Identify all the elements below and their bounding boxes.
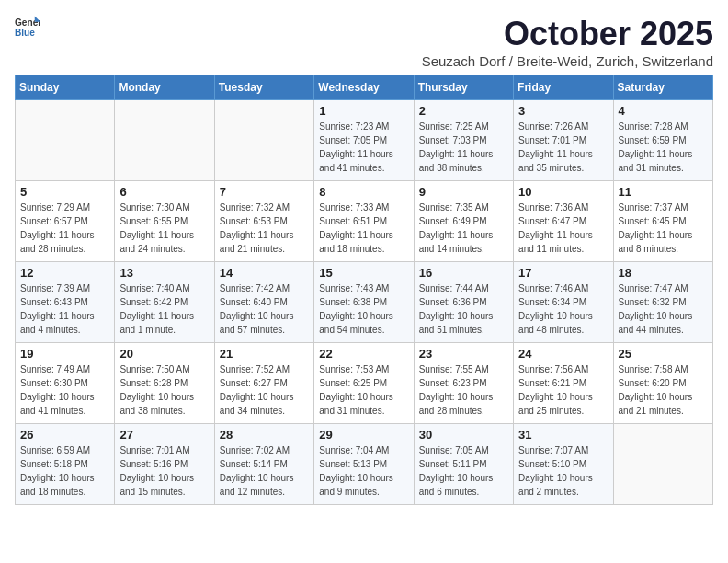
cell-w3-d2: 14 Sunrise: 7:42 AMSunset: 6:40 PMDaylig… bbox=[214, 262, 313, 343]
day-number: 28 bbox=[220, 428, 309, 442]
cell-w2-d0: 5 Sunrise: 7:29 AMSunset: 6:57 PMDayligh… bbox=[16, 181, 115, 262]
title-area: October 2025 Seuzach Dorf / Breite-Weid,… bbox=[422, 15, 713, 69]
week-row-3: 12 Sunrise: 7:39 AMSunset: 6:43 PMDaylig… bbox=[16, 262, 713, 343]
cell-w1-d3: 1 Sunrise: 7:23 AMSunset: 7:05 PMDayligh… bbox=[314, 100, 414, 181]
day-number: 9 bbox=[419, 185, 508, 199]
col-friday: Friday bbox=[514, 75, 613, 100]
day-number: 10 bbox=[518, 185, 608, 199]
col-tuesday: Tuesday bbox=[214, 75, 313, 100]
day-info: Sunrise: 7:32 AMSunset: 6:53 PMDaylight:… bbox=[220, 202, 294, 254]
day-info: Sunrise: 7:30 AMSunset: 6:55 PMDaylight:… bbox=[119, 202, 194, 254]
cell-w5-d6 bbox=[613, 424, 712, 505]
day-info: Sunrise: 7:44 AMSunset: 6:36 PMDaylight:… bbox=[419, 283, 494, 335]
day-number: 13 bbox=[119, 266, 209, 280]
week-row-1: 1 Sunrise: 7:23 AMSunset: 7:05 PMDayligh… bbox=[16, 100, 713, 181]
cell-w5-d5: 31 Sunrise: 7:07 AMSunset: 5:10 PMDaylig… bbox=[514, 424, 613, 505]
day-number: 16 bbox=[419, 266, 508, 280]
cell-w5-d1: 27 Sunrise: 7:01 AMSunset: 5:16 PMDaylig… bbox=[115, 424, 214, 505]
cell-w3-d4: 16 Sunrise: 7:44 AMSunset: 6:36 PMDaylig… bbox=[414, 262, 513, 343]
day-info: Sunrise: 7:58 AMSunset: 6:20 PMDaylight:… bbox=[619, 364, 693, 416]
cell-w1-d2 bbox=[214, 100, 313, 181]
day-info: Sunrise: 7:35 AMSunset: 6:49 PMDaylight:… bbox=[419, 202, 494, 254]
day-number: 20 bbox=[119, 347, 209, 361]
day-info: Sunrise: 7:46 AMSunset: 6:34 PMDaylight:… bbox=[518, 283, 593, 335]
day-number: 8 bbox=[319, 185, 408, 199]
day-number: 18 bbox=[619, 266, 708, 280]
day-number: 3 bbox=[518, 104, 608, 118]
day-number: 22 bbox=[319, 347, 408, 361]
svg-text:Blue: Blue bbox=[15, 28, 35, 38]
day-info: Sunrise: 7:55 AMSunset: 6:23 PMDaylight:… bbox=[419, 364, 494, 416]
day-info: Sunrise: 7:33 AMSunset: 6:51 PMDaylight:… bbox=[319, 202, 393, 254]
header: General Blue October 2025 Seuzach Dorf /… bbox=[15, 15, 713, 69]
day-info: Sunrise: 7:53 AMSunset: 6:25 PMDaylight:… bbox=[319, 364, 393, 416]
cell-w1-d4: 2 Sunrise: 7:25 AMSunset: 7:03 PMDayligh… bbox=[414, 100, 513, 181]
day-info: Sunrise: 7:04 AMSunset: 5:13 PMDaylight:… bbox=[319, 445, 393, 497]
cell-w4-d6: 25 Sunrise: 7:58 AMSunset: 6:20 PMDaylig… bbox=[613, 343, 712, 424]
cell-w4-d0: 19 Sunrise: 7:49 AMSunset: 6:30 PMDaylig… bbox=[16, 343, 115, 424]
day-info: Sunrise: 7:43 AMSunset: 6:38 PMDaylight:… bbox=[319, 283, 393, 335]
cell-w3-d0: 12 Sunrise: 7:39 AMSunset: 6:43 PMDaylig… bbox=[16, 262, 115, 343]
cell-w4-d5: 24 Sunrise: 7:56 AMSunset: 6:21 PMDaylig… bbox=[514, 343, 613, 424]
month-title: October 2025 bbox=[422, 15, 713, 53]
day-info: Sunrise: 7:47 AMSunset: 6:32 PMDaylight:… bbox=[619, 283, 693, 335]
cell-w4-d4: 23 Sunrise: 7:55 AMSunset: 6:23 PMDaylig… bbox=[414, 343, 513, 424]
day-number: 6 bbox=[119, 185, 209, 199]
day-number: 29 bbox=[319, 428, 408, 442]
day-info: Sunrise: 7:36 AMSunset: 6:47 PMDaylight:… bbox=[518, 202, 593, 254]
day-info: Sunrise: 7:28 AMSunset: 6:59 PMDaylight:… bbox=[619, 121, 693, 173]
col-thursday: Thursday bbox=[414, 75, 513, 100]
header-row: Sunday Monday Tuesday Wednesday Thursday… bbox=[16, 75, 713, 100]
cell-w5-d4: 30 Sunrise: 7:05 AMSunset: 5:11 PMDaylig… bbox=[414, 424, 513, 505]
day-info: Sunrise: 7:49 AMSunset: 6:30 PMDaylight:… bbox=[20, 364, 95, 416]
day-number: 1 bbox=[319, 104, 408, 118]
cell-w3-d6: 18 Sunrise: 7:47 AMSunset: 6:32 PMDaylig… bbox=[613, 262, 712, 343]
day-number: 15 bbox=[319, 266, 408, 280]
cell-w1-d1 bbox=[115, 100, 214, 181]
day-number: 25 bbox=[619, 347, 708, 361]
day-number: 4 bbox=[619, 104, 708, 118]
day-info: Sunrise: 7:07 AMSunset: 5:10 PMDaylight:… bbox=[518, 445, 593, 497]
day-info: Sunrise: 7:26 AMSunset: 7:01 PMDaylight:… bbox=[518, 121, 593, 173]
day-number: 23 bbox=[419, 347, 508, 361]
day-info: Sunrise: 7:56 AMSunset: 6:21 PMDaylight:… bbox=[518, 364, 593, 416]
day-number: 31 bbox=[518, 428, 608, 442]
cell-w5-d0: 26 Sunrise: 6:59 AMSunset: 5:18 PMDaylig… bbox=[16, 424, 115, 505]
day-info: Sunrise: 6:59 AMSunset: 5:18 PMDaylight:… bbox=[20, 445, 95, 497]
day-info: Sunrise: 7:42 AMSunset: 6:40 PMDaylight:… bbox=[220, 283, 294, 335]
cell-w3-d3: 15 Sunrise: 7:43 AMSunset: 6:38 PMDaylig… bbox=[314, 262, 414, 343]
cell-w1-d6: 4 Sunrise: 7:28 AMSunset: 6:59 PMDayligh… bbox=[613, 100, 712, 181]
day-number: 21 bbox=[220, 347, 309, 361]
col-monday: Monday bbox=[115, 75, 214, 100]
day-number: 12 bbox=[20, 266, 109, 280]
cell-w2-d4: 9 Sunrise: 7:35 AMSunset: 6:49 PMDayligh… bbox=[414, 181, 513, 262]
cell-w3-d1: 13 Sunrise: 7:40 AMSunset: 6:42 PMDaylig… bbox=[115, 262, 214, 343]
day-info: Sunrise: 7:39 AMSunset: 6:43 PMDaylight:… bbox=[20, 283, 95, 335]
day-info: Sunrise: 7:40 AMSunset: 6:42 PMDaylight:… bbox=[119, 283, 194, 335]
col-saturday: Saturday bbox=[613, 75, 712, 100]
cell-w4-d3: 22 Sunrise: 7:53 AMSunset: 6:25 PMDaylig… bbox=[314, 343, 414, 424]
day-number: 24 bbox=[518, 347, 608, 361]
day-number: 11 bbox=[619, 185, 708, 199]
week-row-2: 5 Sunrise: 7:29 AMSunset: 6:57 PMDayligh… bbox=[16, 181, 713, 262]
cell-w2-d1: 6 Sunrise: 7:30 AMSunset: 6:55 PMDayligh… bbox=[115, 181, 214, 262]
day-number: 5 bbox=[20, 185, 109, 199]
col-wednesday: Wednesday bbox=[314, 75, 414, 100]
col-sunday: Sunday bbox=[16, 75, 115, 100]
day-number: 30 bbox=[419, 428, 508, 442]
day-info: Sunrise: 7:37 AMSunset: 6:45 PMDaylight:… bbox=[619, 202, 693, 254]
day-info: Sunrise: 7:05 AMSunset: 5:11 PMDaylight:… bbox=[419, 445, 494, 497]
cell-w1-d0 bbox=[16, 100, 115, 181]
cell-w2-d2: 7 Sunrise: 7:32 AMSunset: 6:53 PMDayligh… bbox=[214, 181, 313, 262]
day-number: 7 bbox=[220, 185, 309, 199]
logo-icon: General Blue bbox=[15, 15, 40, 40]
cell-w4-d1: 20 Sunrise: 7:50 AMSunset: 6:28 PMDaylig… bbox=[115, 343, 214, 424]
day-info: Sunrise: 7:29 AMSunset: 6:57 PMDaylight:… bbox=[20, 202, 95, 254]
day-info: Sunrise: 7:52 AMSunset: 6:27 PMDaylight:… bbox=[220, 364, 294, 416]
cell-w4-d2: 21 Sunrise: 7:52 AMSunset: 6:27 PMDaylig… bbox=[214, 343, 313, 424]
week-row-5: 26 Sunrise: 6:59 AMSunset: 5:18 PMDaylig… bbox=[16, 424, 713, 505]
day-number: 27 bbox=[119, 428, 209, 442]
day-number: 14 bbox=[220, 266, 309, 280]
day-info: Sunrise: 7:02 AMSunset: 5:14 PMDaylight:… bbox=[220, 445, 294, 497]
calendar-table: Sunday Monday Tuesday Wednesday Thursday… bbox=[15, 75, 713, 505]
